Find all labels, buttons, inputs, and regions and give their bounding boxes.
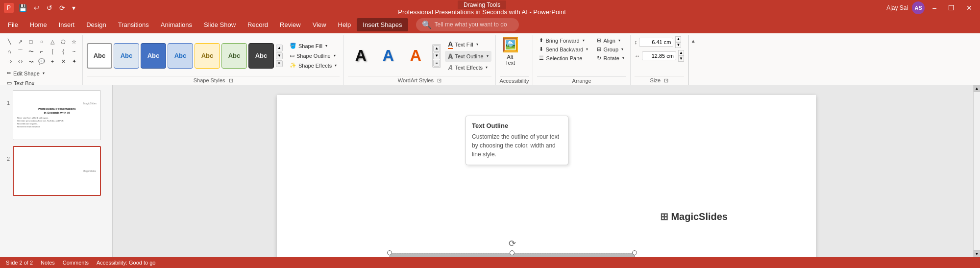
height-down-button[interactable]: ▼: [675, 42, 681, 48]
style-sample-4[interactable]: Abc: [195, 43, 220, 69]
search-bar[interactable]: 🔍: [416, 18, 519, 31]
wordart-a-orange[interactable]: A: [403, 43, 428, 69]
arrow2-shape[interactable]: ⇒: [5, 57, 14, 66]
freeform-shape[interactable]: 〜: [26, 47, 35, 56]
save-button[interactable]: 💾: [17, 3, 29, 13]
bring-forward-button[interactable]: ⬆ Bring Forward ▾: [537, 36, 590, 45]
slide-thumb-1[interactable]: 1 MagicSlides Professional Presentations…: [2, 89, 110, 141]
wordart-expand[interactable]: ⊡: [437, 77, 441, 83]
selection-pane-button[interactable]: ☰ Selection Pane: [537, 54, 590, 62]
text-box-button[interactable]: ▭ Text Box: [4, 78, 80, 85]
handle-top-left[interactable]: [387, 250, 392, 255]
curved-shape[interactable]: ↝: [26, 57, 35, 66]
menu-insert[interactable]: Insert: [53, 18, 81, 31]
shape-styles-expand[interactable]: ⊡: [229, 77, 233, 83]
wordart-scroll-expand[interactable]: ≡: [433, 60, 440, 67]
plus-shape[interactable]: +: [48, 57, 57, 66]
arc-shape[interactable]: ∩: [5, 47, 14, 56]
height-input[interactable]: [639, 38, 673, 47]
redo-button[interactable]: ↺: [45, 3, 54, 13]
menu-record[interactable]: Record: [242, 18, 274, 31]
menu-file[interactable]: File: [2, 18, 24, 31]
style-sample-6[interactable]: Abc: [248, 43, 274, 69]
style-sample-3[interactable]: Abc: [168, 43, 193, 69]
slide-preview-1[interactable]: MagicSlides Professional Presentationsin…: [13, 90, 101, 140]
scroll-down-arrow[interactable]: ▼: [974, 250, 980, 257]
quick-access-dropdown[interactable]: ▾: [70, 3, 77, 13]
scroll-up-arrow[interactable]: ▲: [974, 85, 980, 92]
text-fill-button[interactable]: A Text Fill ▾: [445, 39, 491, 50]
maximize-button[interactable]: ❐: [944, 3, 958, 13]
shape-outline-button[interactable]: ▭ Shape Outline ▾: [287, 51, 340, 60]
menu-review[interactable]: Review: [274, 18, 307, 31]
accessibility-status: Accessibility: Good to go: [97, 260, 155, 266]
corner-shape[interactable]: ⌐: [37, 47, 46, 56]
close-button[interactable]: ✕: [962, 3, 976, 13]
slide-thumb-2[interactable]: 2 MagicSlides: [2, 145, 110, 197]
bracket-shape[interactable]: [: [48, 47, 57, 56]
menu-design[interactable]: Design: [80, 18, 112, 31]
style-sample-2[interactable]: Abc: [141, 43, 166, 69]
callout-shape[interactable]: 💬: [37, 57, 46, 66]
menu-view[interactable]: View: [307, 18, 332, 31]
align-button[interactable]: ⊟ Align ▾: [595, 36, 626, 45]
wordart-scroll-up[interactable]: ▲: [433, 45, 440, 52]
menu-slideshow[interactable]: Slide Show: [198, 18, 242, 31]
scroll-down-button[interactable]: ▼: [276, 52, 283, 59]
menu-transitions[interactable]: Transitions: [112, 18, 155, 31]
circle-shape[interactable]: ○: [37, 37, 46, 46]
scroll-expand-button[interactable]: ≡: [276, 60, 283, 67]
width-up-button[interactable]: ▲: [678, 50, 684, 56]
sun-shape[interactable]: ✦: [70, 57, 78, 66]
rotate-handle[interactable]: ⟳: [390, 238, 635, 249]
menu-shape-format[interactable]: Insert Shapes: [357, 18, 408, 31]
handle-top-center[interactable]: [510, 250, 514, 255]
brace-shape[interactable]: {: [59, 47, 68, 56]
width-input[interactable]: [642, 51, 676, 60]
text-outline-button[interactable]: A Text Outline ▾: [445, 51, 491, 62]
send-backward-button[interactable]: ⬇ Send Backward ▾: [537, 45, 590, 53]
style-sample-5[interactable]: Abc: [221, 43, 247, 69]
shape-effects-button[interactable]: ✨ Shape Effects ▾: [287, 61, 340, 70]
wordart-a-black[interactable]: A: [348, 43, 373, 69]
alt-text-button[interactable]: 🖼️ AltText: [500, 36, 521, 66]
triangle-shape[interactable]: △: [48, 37, 57, 46]
rotate-button[interactable]: ↻ Rotate ▾: [595, 54, 626, 62]
arrow-shape[interactable]: ↗: [16, 37, 24, 46]
wordart-a-blue[interactable]: A: [375, 43, 401, 69]
dblarrow-shape[interactable]: ⇔: [16, 57, 24, 66]
replay-button[interactable]: ⟳: [57, 3, 67, 13]
rect-shape[interactable]: □: [26, 37, 35, 46]
ribbon: ╲ ↗ □ ○ △ ⬠ ☆ ∩ ⌒ 〜 ⌐ [ { ~ ⇒: [0, 33, 980, 85]
slide-preview-2[interactable]: MagicSlides: [13, 146, 101, 196]
line-shape[interactable]: ╲: [5, 37, 14, 46]
cross-shape[interactable]: ✕: [59, 57, 68, 66]
group-button[interactable]: ⊞ Group ▾: [595, 45, 626, 53]
ribbon-collapse-button[interactable]: ▲: [690, 37, 697, 45]
wave-shape[interactable]: ~: [70, 47, 78, 56]
curve-shape[interactable]: ⌒: [16, 47, 24, 56]
minimize-button[interactable]: –: [929, 3, 940, 13]
width-down-button[interactable]: ▼: [678, 56, 684, 62]
menu-animations[interactable]: Animations: [155, 18, 198, 31]
search-input[interactable]: [435, 21, 513, 28]
menu-home[interactable]: Home: [24, 18, 53, 31]
text-effects-button[interactable]: A Text Effects ▾: [445, 62, 491, 73]
height-up-button[interactable]: ▲: [675, 36, 681, 42]
scroll-up-button[interactable]: ▲: [276, 45, 283, 51]
handle-top-right[interactable]: [632, 250, 637, 255]
edit-shape-button[interactable]: ✏ Edit Shape ▾: [4, 69, 80, 78]
size-expand[interactable]: ⊡: [664, 77, 668, 83]
undo-button[interactable]: ↩: [32, 3, 42, 13]
style-sample-1[interactable]: Abc: [114, 43, 139, 69]
notes-button[interactable]: Notes: [41, 260, 55, 266]
user-avatar[interactable]: AS: [912, 1, 925, 14]
pentagon-shape[interactable]: ⬠: [59, 37, 68, 46]
comments-button[interactable]: Comments: [63, 260, 89, 266]
style-sample-0[interactable]: Abc: [87, 43, 112, 69]
shape-fill-button[interactable]: 🪣 Shape Fill ▾: [287, 41, 340, 50]
wordart-scroll-down[interactable]: ▼: [433, 52, 440, 59]
vertical-scrollbar[interactable]: ▲ ▼: [973, 85, 980, 257]
star-shape[interactable]: ☆: [70, 37, 78, 46]
menu-help[interactable]: Help: [332, 18, 357, 31]
